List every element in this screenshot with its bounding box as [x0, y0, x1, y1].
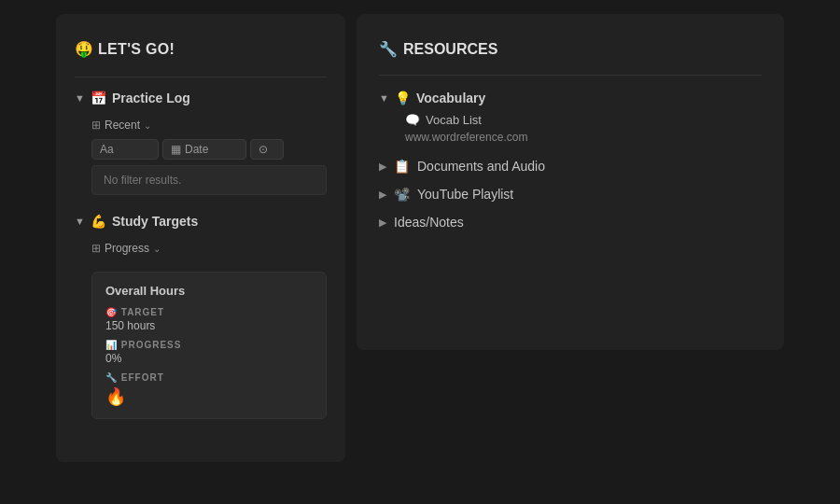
lets-go-heading: 🤑 LET'S GO! — [75, 40, 327, 58]
main-area: 🤑 LET'S GO! ▼ 📅 Practice Log ⊞ Recent ⌄ … — [56, 14, 784, 490]
progress-db-icon: ⊞ — [91, 242, 101, 255]
progress-label[interactable]: Progress — [105, 242, 149, 255]
youtube-row[interactable]: ▶ 📽️ YouTube Playlist — [379, 187, 762, 202]
resources-divider — [379, 75, 762, 76]
vocab-sub-text[interactable]: Vocab List — [426, 113, 482, 127]
target-label: TARGET — [121, 307, 164, 317]
progress-value: 0% — [105, 352, 313, 365]
study-targets-title: Study Targets — [112, 214, 198, 229]
study-targets-title-row: ▼ 💪 Study Targets — [75, 214, 327, 229]
documents-row[interactable]: ▶ 📋 Documents and Audio — [379, 159, 762, 174]
effort-label-row: 🔧 EFFORT — [105, 372, 313, 383]
vocabulary-arrow[interactable]: ▼ — [379, 92, 389, 104]
youtube-label: YouTube Playlist — [417, 187, 513, 202]
practice-log-section: ▼ 📅 Practice Log ⊞ Recent ⌄ Aa ▦ Date ⊙ — [75, 91, 327, 195]
effort-emoji: 🔧 — [105, 372, 118, 383]
db-view-label[interactable]: Recent — [105, 119, 140, 132]
progress-emoji: 📊 — [105, 340, 118, 350]
youtube-arrow: ▶ — [379, 189, 386, 201]
target-emoji: 🎯 — [105, 307, 118, 317]
filter-other[interactable]: ⊙ — [250, 139, 284, 160]
target-label-row: 🎯 TARGET — [105, 307, 313, 317]
filter-bar: Aa ▦ Date ⊙ — [91, 139, 327, 160]
practice-log-title: Practice Log — [112, 91, 190, 105]
no-filter-results: No filter results. — [91, 165, 327, 195]
db-view-chevron[interactable]: ⌄ — [144, 120, 151, 131]
db-icon: ⊞ — [91, 119, 101, 132]
vocab-sub-label: 🗨️ Vocab List — [405, 113, 762, 127]
vocab-list-item: 🗨️ Vocab List — [405, 113, 762, 127]
progress-label-row: 📊 PROGRESS — [105, 340, 313, 350]
vocabulary-section: ▼ 💡 Vocabulary 🗨️ Vocab List www.wordref… — [379, 91, 762, 144]
vocabulary-title-row: ▼ 💡 Vocabulary — [379, 91, 762, 105]
documents-label: Documents and Audio — [417, 159, 545, 174]
progress-metric-label: PROGRESS — [121, 340, 182, 350]
filter-input-aa[interactable]: Aa — [91, 139, 159, 160]
widget-title: Overall Hours — [105, 284, 313, 298]
ideas-row[interactable]: ▶ Ideas/Notes — [379, 215, 762, 230]
vocabulary-emoji: 💡 — [395, 91, 411, 105]
youtube-emoji: 📽️ — [394, 187, 410, 202]
documents-arrow: ▶ — [379, 161, 386, 173]
divider-1 — [75, 77, 327, 77]
progress-widget: Overall Hours 🎯 TARGET 150 hours 📊 PROGR… — [91, 272, 327, 419]
resources-emoji: 🔧 — [379, 40, 398, 58]
vocab-sub-emoji: 🗨️ — [405, 113, 420, 127]
documents-emoji: 📋 — [394, 159, 410, 174]
resources-heading: 🔧 RESOURCES — [379, 40, 762, 58]
target-value: 150 hours — [105, 319, 313, 332]
practice-log-view-bar: ⊞ Recent ⌄ — [91, 115, 327, 139]
outer-container: 🤑 LET'S GO! ▼ 📅 Practice Log ⊞ Recent ⌄ … — [0, 0, 840, 504]
ideas-label: Ideas/Notes — [394, 215, 464, 230]
practice-log-arrow[interactable]: ▼ — [75, 92, 85, 104]
progress-view-bar: ⊞ Progress ⌄ — [91, 238, 327, 262]
right-panel: 🔧 RESOURCES ▼ 💡 Vocabulary 🗨️ Vocab List — [357, 14, 784, 350]
study-targets-arrow[interactable]: ▼ — [75, 216, 85, 227]
study-targets-section: ▼ 💪 Study Targets ⊞ Progress ⌄ Overall H… — [75, 214, 327, 419]
study-targets-emoji: 💪 — [91, 214, 106, 229]
practice-log-title-row: ▼ 📅 Practice Log — [75, 91, 327, 105]
filter-date[interactable]: ▦ Date — [162, 139, 246, 160]
ideas-arrow: ▶ — [379, 217, 386, 229]
vocab-url[interactable]: www.wordreference.com — [405, 131, 762, 144]
resources-title: RESOURCES — [403, 41, 497, 58]
filter-date-label: Date — [185, 143, 208, 156]
filter-date-icon: ▦ — [171, 143, 181, 156]
practice-log-emoji: 📅 — [91, 91, 106, 105]
progress-chevron[interactable]: ⌄ — [153, 244, 161, 254]
left-panel: 🤑 LET'S GO! ▼ 📅 Practice Log ⊞ Recent ⌄ … — [56, 14, 345, 462]
effort-icon: 🔥 — [105, 386, 313, 407]
vocabulary-title: Vocabulary — [416, 91, 485, 105]
effort-label: EFFORT — [121, 372, 164, 383]
